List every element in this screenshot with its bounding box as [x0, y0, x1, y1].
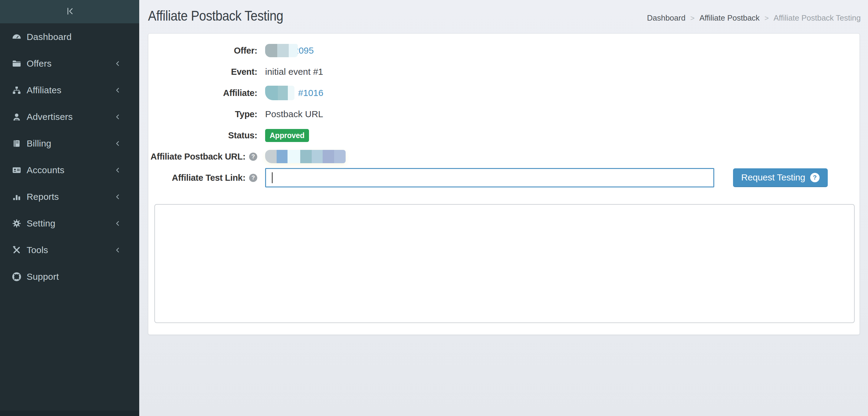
chevron-left-icon [114, 166, 122, 174]
chevron-left-icon [114, 86, 122, 94]
sidebar-collapse-button[interactable] [59, 3, 80, 21]
main-content: Affiliate Postback Testing Dashboard > A… [139, 0, 868, 416]
event-row: Event: initial event #1 [148, 61, 860, 82]
sidebar-item-reports[interactable]: Reports [0, 183, 139, 210]
question-circle-icon: ? [810, 173, 819, 182]
sidebar-footer [0, 411, 139, 416]
postback-url-help-icon[interactable]: ? [249, 153, 257, 161]
status-badge: Approved [265, 129, 309, 142]
breadcrumb: Dashboard > Affiliate Postback > Affilia… [647, 13, 861, 23]
affiliate-test-link-input[interactable] [265, 168, 714, 187]
chevron-left-icon [114, 193, 122, 201]
sidebar-item-label: Offers [27, 58, 52, 69]
affiliate-row: Affiliate: #1016 [148, 82, 860, 103]
sidebar: Dashboard Offers [0, 0, 139, 416]
sidebar-item-label: Accounts [27, 165, 64, 175]
testing-results-panel [154, 204, 855, 323]
breadcrumb-current: Affiliate Postback Testing [774, 13, 861, 23]
event-label: Event: [148, 67, 257, 77]
sidebar-item-label: Reports [27, 192, 59, 202]
affiliate-link[interactable]: #1016 [298, 88, 323, 98]
status-row: Status: Approved [148, 125, 860, 146]
test-link-label: Affiliate Test Link: [172, 173, 245, 183]
sidebar-item-label: Billing [27, 138, 51, 149]
folder-icon [11, 58, 22, 69]
postback-testing-card: Offer: 2095 Event: initial event #1 Affi… [148, 33, 860, 335]
chevron-left-icon [114, 140, 122, 147]
test-link-help-icon[interactable]: ? [249, 174, 257, 182]
gear-icon [11, 218, 22, 229]
sidebar-item-label: Dashboard [27, 32, 72, 42]
event-value: initial event #1 [265, 67, 323, 77]
book-icon [11, 138, 22, 149]
chevron-left-icon [114, 113, 122, 121]
affiliate-label: Affiliate: [148, 88, 257, 98]
tools-icon [11, 245, 22, 255]
type-label: Type: [148, 109, 257, 119]
request-testing-button[interactable]: Request Testing ? [733, 168, 828, 187]
collapse-sidebar-icon [64, 5, 76, 19]
type-row: Type: Postback URL [148, 103, 860, 125]
sidebar-item-billing[interactable]: Billing [0, 130, 139, 157]
bar-chart-icon [11, 192, 22, 202]
sidebar-item-tools[interactable]: Tools [0, 237, 139, 263]
life-ring-icon [11, 272, 22, 282]
sidebar-item-label: Support [27, 272, 59, 282]
breadcrumb-dashboard[interactable]: Dashboard [647, 13, 685, 23]
sidebar-item-affiliates[interactable]: Affiliates [0, 77, 139, 103]
sidebar-item-accounts[interactable]: Accounts [0, 157, 139, 183]
sidebar-item-dashboard[interactable]: Dashboard [0, 24, 139, 50]
sidebar-item-advertisers[interactable]: Advertisers [0, 103, 139, 130]
sidebar-item-label: Advertisers [27, 112, 73, 122]
sidebar-item-label: Tools [27, 245, 48, 255]
breadcrumb-separator: > [765, 14, 769, 22]
test-link-row: Affiliate Test Link: ? Request Testing ? [148, 167, 860, 188]
sidebar-item-label: Setting [27, 218, 55, 229]
id-card-icon [11, 165, 22, 175]
sitemap-icon [11, 85, 22, 95]
chevron-left-icon [114, 246, 122, 254]
text-caret [272, 172, 273, 183]
sidebar-item-support[interactable]: Support [0, 263, 139, 290]
postback-url-row: Affiliate Postback URL: ? [148, 146, 860, 167]
sidebar-menu: Dashboard Offers [0, 23, 139, 290]
status-label: Status: [148, 130, 257, 141]
sidebar-header [0, 0, 139, 23]
breadcrumb-separator: > [690, 14, 694, 22]
postback-url-label: Affiliate Postback URL: [150, 152, 245, 162]
gauge-icon [11, 32, 22, 42]
sidebar-item-offers[interactable]: Offers [0, 50, 139, 77]
sidebar-item-label: Affiliates [27, 85, 61, 95]
sidebar-item-setting[interactable]: Setting [0, 210, 139, 237]
type-value: Postback URL [265, 109, 323, 119]
breadcrumb-affiliate-postback[interactable]: Affiliate Postback [700, 13, 760, 23]
chevron-left-icon [114, 60, 122, 67]
offer-label: Offer: [148, 46, 257, 56]
redacted-postback-url [265, 150, 346, 163]
chevron-left-icon [114, 219, 122, 227]
redacted-affiliate-name [265, 86, 294, 100]
offer-row: Offer: 2095 [148, 40, 860, 61]
request-testing-label: Request Testing [741, 172, 805, 183]
screen: Dashboard Offers [0, 0, 868, 416]
redacted-offer-name [265, 44, 298, 57]
person-icon [11, 112, 22, 122]
